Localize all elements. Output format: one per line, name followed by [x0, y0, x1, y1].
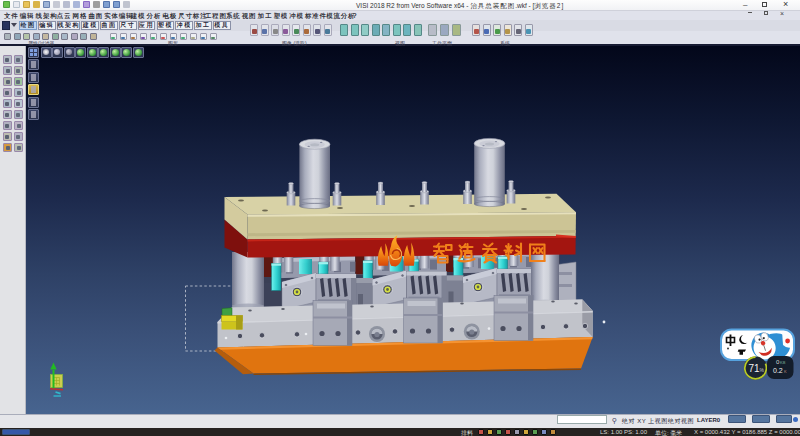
svg-text:K: K — [784, 369, 787, 374]
svg-text:%: % — [760, 367, 765, 373]
svg-text:KB: KB — [780, 360, 786, 365]
svg-text:0.2: 0.2 — [773, 367, 783, 374]
svg-text:71: 71 — [749, 363, 761, 374]
